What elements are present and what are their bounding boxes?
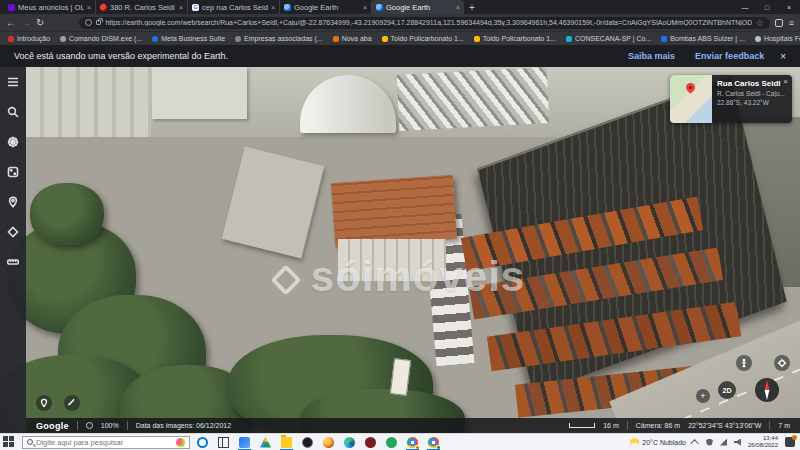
edge-icon[interactable] [344,437,355,448]
tab-olx[interactable]: Meus anúncios | OLX × [4,0,96,14]
bookmark-item[interactable]: CONSECANA-SP | Co... [566,35,651,42]
earth-notice-bar: Você está usando uma versão experimental… [0,45,800,67]
browser-menu-icon[interactable]: ≡ [789,18,794,28]
menu-button[interactable] [7,75,20,88]
chrome-profile2-icon[interactable] [428,437,439,448]
place-coordinates: 22.88°S, 43.22°W [717,99,788,106]
pin-tool-button[interactable] [36,395,52,411]
url-text[interactable]: https://earth.google.com/web/search/Rua+… [105,19,751,26]
bookmark-item[interactable]: Meta Business Suite [152,35,225,42]
tab-close-icon[interactable]: × [271,4,275,11]
earth-3d-view[interactable]: sóimóveis Rua Carlos Seidl R. Carlos Sei… [0,67,800,433]
tab-earth-active[interactable]: Google Earth × [372,0,464,14]
bookmark-item[interactable]: Toldo Policarbonato 1... [474,35,556,42]
chrome-profile1-icon[interactable] [407,437,418,448]
bookmark-item[interactable]: Empresas associadas (... [235,35,323,42]
ruler-icon [7,256,19,268]
security-tray-icon[interactable] [706,439,713,446]
tab-close-icon[interactable]: × [363,4,367,11]
measure-button[interactable] [7,255,20,268]
place-info: Rua Carlos Seidl R. Carlos Seidl - Caju.… [712,75,792,123]
notice-close-icon[interactable]: × [780,51,786,62]
mail-app-icon[interactable] [239,437,250,448]
card-close-icon[interactable]: × [783,77,788,86]
taskbar-search[interactable] [22,436,190,449]
my-location-button[interactable] [774,355,790,371]
cortana-icon[interactable] [197,437,208,448]
forward-button[interactable]: → [21,18,31,28]
tab-earth-1[interactable]: Google Earth × [280,0,372,14]
bookmarks-bar: Introdução Comando DISM.exe (... Meta Bu… [0,31,800,45]
search-input[interactable] [36,438,173,447]
extensions-icon[interactable] [775,19,783,27]
measure-tool-button[interactable] [64,395,80,411]
green-app-icon[interactable] [386,437,397,448]
network-tray-icon[interactable] [720,439,727,446]
notifications-icon[interactable] [785,437,795,447]
google-logo: Google [36,421,69,431]
back-button[interactable]: ← [6,18,16,28]
bookmark-favicon-icon [152,36,158,42]
feeling-lucky-button[interactable] [7,165,20,178]
minimize-button[interactable]: — [734,0,756,14]
tab-maps[interactable]: 380 R. Carlos Seidl - Google M... × [96,0,188,14]
file-explorer-icon[interactable] [281,437,292,448]
zoom-in-button[interactable]: + [696,389,710,403]
compass-button[interactable] [754,377,780,403]
divider [769,421,770,430]
tab-close-icon[interactable]: × [456,4,460,11]
hamburger-icon [7,76,19,88]
place-subtitle: R. Carlos Seidl - Caju... [717,90,788,97]
task-view-icon[interactable] [218,437,229,448]
zoom-level: 100% [101,422,119,429]
bookmark-item[interactable]: Toldo Policarbonato 1... [382,35,464,42]
2d-mode-button[interactable]: 2D [718,381,736,399]
volume-tray-icon[interactable] [734,439,741,446]
bookmark-star-icon[interactable]: ☆ [756,18,764,28]
bookmark-item[interactable]: Hospitais Federais — ... [755,35,800,42]
tab-label: Meus anúncios | OLX [18,3,84,12]
tab-close-icon[interactable]: × [179,4,183,11]
projects-button[interactable] [7,195,20,208]
start-button[interactable] [3,436,15,448]
learn-more-link[interactable]: Saiba mais [628,51,675,61]
map-style-button[interactable] [7,225,20,238]
tab-search[interactable]: G cep rua Carlos Seidl, Caju - Pe... × [188,0,280,14]
search-button[interactable] [7,105,20,118]
bookmark-item[interactable]: Nova aba [333,35,372,42]
clock-date: 26/08/2022 [748,442,778,449]
taskbar-clock[interactable]: 13:44 26/08/2022 [748,435,778,449]
firefox-icon[interactable] [323,437,334,448]
send-feedback-link[interactable]: Enviar feedback [695,51,764,61]
hidden-icons-chevron[interactable] [690,439,698,447]
browser-toolbar: ← → ↻ https://earth.google.com/web/searc… [0,14,800,31]
compass-icon [754,377,780,403]
profile-badge [436,445,441,450]
olx-favicon-icon [8,4,15,11]
bookmark-item[interactable]: Bombas ABS Sulzer | ... [661,35,745,42]
google-drive-icon[interactable] [260,437,271,448]
ground-altitude: 7 m [778,422,790,429]
search-highlights-icon[interactable] [176,438,185,447]
bookmark-favicon-icon [566,36,572,42]
reload-button[interactable]: ↻ [36,18,44,28]
pegman-icon [739,358,749,368]
pegman-button[interactable] [736,355,752,371]
maximize-button[interactable]: □ [756,0,778,14]
camera-app-icon[interactable] [302,437,313,448]
address-bar[interactable]: https://earth.google.com/web/search/Rua+… [79,17,769,29]
camera-coordinates: 22°52'34"S 43°13'06"W [688,422,761,429]
new-tab-button[interactable]: + [464,0,480,14]
site-info-icon[interactable] [85,19,92,26]
toolbar-right: ≡ [775,18,794,28]
watermark-logo-icon [270,264,301,295]
tab-close-icon[interactable]: × [87,4,91,11]
bookmark-item[interactable]: Comando DISM.exe (... [60,35,142,42]
scene-orange-roof-building [331,175,457,247]
weather-widget[interactable]: 20°C Nublado [630,438,686,447]
bookmark-item[interactable]: Introdução [8,35,50,42]
voyager-button[interactable] [7,135,20,148]
earth-sidebar [0,67,26,433]
close-window-button[interactable]: × [778,0,800,14]
dark-red-app-icon[interactable] [365,437,376,448]
